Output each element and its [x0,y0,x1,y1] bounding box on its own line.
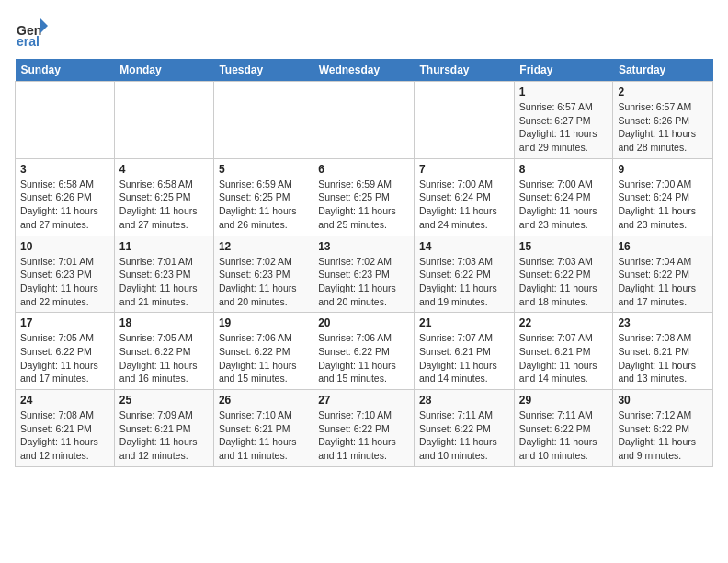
svg-marker-2 [40,18,48,33]
calendar-cell [415,82,515,159]
calendar-cell: 29Sunrise: 7:11 AM Sunset: 6:22 PM Dayli… [514,390,613,467]
page-header: Gen eral [15,15,713,48]
day-number: 15 [519,240,609,253]
day-number: 25 [119,394,209,407]
day-info: Sunrise: 7:02 AM Sunset: 6:23 PM Dayligh… [318,255,409,309]
day-number: 7 [419,163,509,176]
day-number: 11 [119,240,209,253]
day-info: Sunrise: 7:10 AM Sunset: 6:22 PM Dayligh… [318,408,409,463]
day-info: Sunrise: 6:57 AM Sunset: 6:26 PM Dayligh… [618,100,708,155]
day-info: Sunrise: 7:05 AM Sunset: 6:22 PM Dayligh… [119,331,209,385]
day-info: Sunrise: 7:05 AM Sunset: 6:22 PM Dayligh… [20,331,109,385]
day-info: Sunrise: 7:03 AM Sunset: 6:22 PM Dayligh… [419,255,509,309]
calendar-cell: 4Sunrise: 6:58 AM Sunset: 6:25 PM Daylig… [114,158,213,236]
day-info: Sunrise: 7:03 AM Sunset: 6:22 PM Dayligh… [519,255,609,309]
day-number: 16 [618,240,708,253]
calendar-week-row: 24Sunrise: 7:08 AM Sunset: 6:21 PM Dayli… [16,390,713,467]
day-number: 20 [318,316,409,329]
day-number: 10 [20,240,109,253]
calendar-cell: 3Sunrise: 6:58 AM Sunset: 6:26 PM Daylig… [16,158,115,236]
day-number: 9 [618,163,708,176]
calendar-cell [16,82,115,159]
day-info: Sunrise: 6:58 AM Sunset: 6:25 PM Dayligh… [119,178,209,232]
logo: Gen eral [15,15,51,48]
day-info: Sunrise: 6:59 AM Sunset: 6:25 PM Dayligh… [318,178,409,232]
day-info: Sunrise: 7:01 AM Sunset: 6:23 PM Dayligh… [119,255,209,309]
weekday-header: Wednesday [313,59,415,82]
calendar-cell: 1Sunrise: 6:57 AM Sunset: 6:27 PM Daylig… [514,82,613,159]
calendar-cell: 11Sunrise: 7:01 AM Sunset: 6:23 PM Dayli… [114,236,213,313]
day-info: Sunrise: 7:00 AM Sunset: 6:24 PM Dayligh… [618,178,708,232]
day-number: 17 [20,316,109,329]
calendar-week-row: 17Sunrise: 7:05 AM Sunset: 6:22 PM Dayli… [16,313,713,390]
day-info: Sunrise: 7:00 AM Sunset: 6:24 PM Dayligh… [519,178,609,232]
day-number: 13 [318,240,409,253]
calendar-cell: 22Sunrise: 7:07 AM Sunset: 6:21 PM Dayli… [514,313,613,390]
day-info: Sunrise: 6:59 AM Sunset: 6:25 PM Dayligh… [219,178,308,232]
calendar-week-row: 3Sunrise: 6:58 AM Sunset: 6:26 PM Daylig… [16,158,713,236]
day-info: Sunrise: 7:11 AM Sunset: 6:22 PM Dayligh… [519,408,609,463]
calendar-cell: 2Sunrise: 6:57 AM Sunset: 6:26 PM Daylig… [613,82,713,159]
day-number: 12 [219,240,308,253]
calendar-cell: 8Sunrise: 7:00 AM Sunset: 6:24 PM Daylig… [514,158,613,236]
calendar-cell: 26Sunrise: 7:10 AM Sunset: 6:21 PM Dayli… [213,390,313,467]
day-number: 19 [219,316,308,329]
calendar-cell: 18Sunrise: 7:05 AM Sunset: 6:22 PM Dayli… [114,313,213,390]
calendar-cell [213,82,313,159]
calendar-cell: 12Sunrise: 7:02 AM Sunset: 6:23 PM Dayli… [213,236,313,313]
calendar-cell: 9Sunrise: 7:00 AM Sunset: 6:24 PM Daylig… [613,158,713,236]
calendar-cell [313,82,415,159]
calendar-cell: 30Sunrise: 7:12 AM Sunset: 6:22 PM Dayli… [613,390,713,467]
day-number: 30 [618,394,708,407]
day-info: Sunrise: 7:08 AM Sunset: 6:21 PM Dayligh… [618,331,708,385]
calendar-week-row: 1Sunrise: 6:57 AM Sunset: 6:27 PM Daylig… [16,82,713,159]
day-number: 22 [519,316,609,329]
day-number: 18 [119,316,209,329]
weekday-header: Monday [114,59,213,82]
calendar-week-row: 10Sunrise: 7:01 AM Sunset: 6:23 PM Dayli… [16,236,713,313]
svg-text:eral: eral [17,34,40,48]
day-number: 6 [318,163,409,176]
calendar-cell: 28Sunrise: 7:11 AM Sunset: 6:22 PM Dayli… [415,390,515,467]
calendar-cell [114,82,213,159]
calendar-cell: 13Sunrise: 7:02 AM Sunset: 6:23 PM Dayli… [313,236,415,313]
day-number: 27 [318,394,409,407]
day-number: 2 [618,86,708,98]
day-info: Sunrise: 7:08 AM Sunset: 6:21 PM Dayligh… [20,408,109,463]
day-info: Sunrise: 7:06 AM Sunset: 6:22 PM Dayligh… [318,331,409,385]
day-number: 1 [519,86,609,98]
calendar-cell: 17Sunrise: 7:05 AM Sunset: 6:22 PM Dayli… [16,313,115,390]
day-number: 4 [119,163,209,176]
calendar-cell: 5Sunrise: 6:59 AM Sunset: 6:25 PM Daylig… [213,158,313,236]
calendar-cell: 15Sunrise: 7:03 AM Sunset: 6:22 PM Dayli… [514,236,613,313]
calendar-cell: 27Sunrise: 7:10 AM Sunset: 6:22 PM Dayli… [313,390,415,467]
day-info: Sunrise: 7:04 AM Sunset: 6:22 PM Dayligh… [618,255,708,309]
day-number: 8 [519,163,609,176]
day-info: Sunrise: 7:11 AM Sunset: 6:22 PM Dayligh… [419,408,509,463]
weekday-header: Tuesday [213,59,313,82]
calendar-cell: 14Sunrise: 7:03 AM Sunset: 6:22 PM Dayli… [415,236,515,313]
day-info: Sunrise: 7:09 AM Sunset: 6:21 PM Dayligh… [119,408,209,463]
day-info: Sunrise: 7:02 AM Sunset: 6:23 PM Dayligh… [219,255,308,309]
calendar-cell: 23Sunrise: 7:08 AM Sunset: 6:21 PM Dayli… [613,313,713,390]
day-number: 24 [20,394,109,407]
day-number: 3 [20,163,109,176]
calendar-cell: 20Sunrise: 7:06 AM Sunset: 6:22 PM Dayli… [313,313,415,390]
day-number: 21 [419,316,509,329]
weekday-header: Thursday [415,59,515,82]
day-number: 28 [419,394,509,407]
calendar-table: SundayMondayTuesdayWednesdayThursdayFrid… [15,59,713,467]
day-info: Sunrise: 6:58 AM Sunset: 6:26 PM Dayligh… [20,178,109,232]
day-info: Sunrise: 7:06 AM Sunset: 6:22 PM Dayligh… [219,331,308,385]
weekday-header: Saturday [613,59,713,82]
day-info: Sunrise: 7:12 AM Sunset: 6:22 PM Dayligh… [618,408,708,463]
calendar-cell: 16Sunrise: 7:04 AM Sunset: 6:22 PM Dayli… [613,236,713,313]
calendar-cell: 24Sunrise: 7:08 AM Sunset: 6:21 PM Dayli… [16,390,115,467]
day-info: Sunrise: 7:07 AM Sunset: 6:21 PM Dayligh… [419,331,509,385]
calendar-header-row: SundayMondayTuesdayWednesdayThursdayFrid… [16,59,713,82]
calendar-cell: 25Sunrise: 7:09 AM Sunset: 6:21 PM Dayli… [114,390,213,467]
calendar-cell: 7Sunrise: 7:00 AM Sunset: 6:24 PM Daylig… [415,158,515,236]
calendar-cell: 10Sunrise: 7:01 AM Sunset: 6:23 PM Dayli… [16,236,115,313]
weekday-header: Friday [514,59,613,82]
day-info: Sunrise: 7:00 AM Sunset: 6:24 PM Dayligh… [419,178,509,232]
